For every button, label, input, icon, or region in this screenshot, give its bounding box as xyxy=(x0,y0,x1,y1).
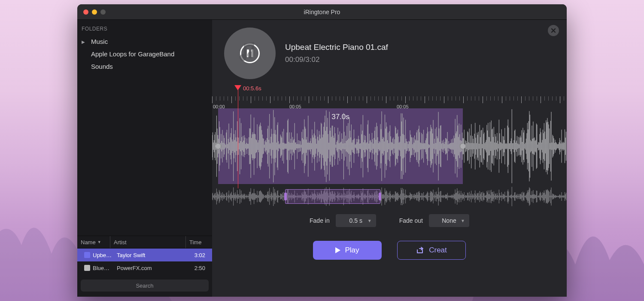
track-name: Upbe… xyxy=(93,252,112,258)
overview-handle-left[interactable] xyxy=(284,193,287,200)
close-icon xyxy=(551,28,556,33)
now-playing: Upbeat Electric Piano 01.caf 00:09/3:02 xyxy=(212,20,567,83)
folder-item-sounds[interactable]: Sounds xyxy=(77,60,212,73)
action-buttons: Play Creat xyxy=(212,230,567,267)
overview-selection[interactable] xyxy=(285,189,380,204)
track-time: 3:02 xyxy=(182,252,209,258)
track-table-header: Name ▼ Artist Time xyxy=(77,236,212,249)
track-artist: Taylor Swift xyxy=(113,252,182,258)
track-artist: PowerFX.com xyxy=(113,265,182,271)
chevron-right-icon[interactable]: ▶ xyxy=(82,39,85,44)
waveform-overview-svg xyxy=(212,187,567,206)
column-time[interactable]: Time xyxy=(185,236,212,248)
window-title: iRingtone Pro xyxy=(77,9,567,15)
app-window: iRingtone Pro FOLDERS ▶ Music Apple Loop… xyxy=(77,4,567,297)
track-name: Blue… xyxy=(93,265,109,271)
folder-label: Music xyxy=(91,38,108,45)
folder-item-apple-loops[interactable]: Apple Loops for GarageBand xyxy=(77,48,212,60)
waveform-main[interactable]: 37.0s xyxy=(212,108,567,184)
track-time: 2:50 xyxy=(182,265,209,271)
editor-panel: Upbeat Electric Piano 01.caf 00:09/3:02 … xyxy=(212,20,567,297)
album-art-placeholder xyxy=(224,28,276,79)
sort-indicator-icon: ▼ xyxy=(97,240,101,244)
playhead[interactable] xyxy=(238,85,238,188)
waveform-svg xyxy=(212,108,567,184)
folders-header: FOLDERS xyxy=(77,20,212,35)
titlebar[interactable]: iRingtone Pro xyxy=(77,4,567,20)
fade-in-control: Fade in 0.5 s ▼ xyxy=(310,214,376,227)
folder-label: Sounds xyxy=(91,63,113,70)
overview-handle-right[interactable] xyxy=(379,193,381,200)
create-button-label: Creat xyxy=(429,246,447,255)
search-input[interactable] xyxy=(81,280,209,292)
fade-in-label: Fade in xyxy=(310,217,330,224)
chevron-down-icon: ▼ xyxy=(461,218,465,223)
music-note-icon xyxy=(235,40,259,64)
play-icon xyxy=(335,247,340,253)
fade-in-value: 0.5 s xyxy=(349,217,362,224)
column-label: Artist xyxy=(114,239,127,246)
fade-out-value: None xyxy=(442,217,456,224)
audio-file-icon xyxy=(84,265,90,271)
close-panel-button[interactable] xyxy=(548,25,559,36)
time-ruler[interactable]: 00:00 00:05 00:05 xyxy=(212,92,567,108)
fade-out-label: Fade out xyxy=(399,217,423,224)
fade-controls: Fade in 0.5 s ▼ Fade out None ▼ xyxy=(212,206,567,230)
create-button[interactable]: Creat xyxy=(397,241,466,260)
folder-item-music[interactable]: ▶ Music xyxy=(77,35,212,48)
waveform-overview[interactable] xyxy=(212,187,567,206)
play-button-label: Play xyxy=(345,246,359,255)
fade-out-control: Fade out None ▼ xyxy=(399,214,469,227)
playhead-label: 00:5.6s xyxy=(243,85,261,92)
track-row[interactable]: Upbe… Taylor Swift 3:02 xyxy=(77,249,212,261)
elapsed-time: 00:09 xyxy=(285,55,304,64)
fade-out-select[interactable]: None ▼ xyxy=(429,214,469,227)
sidebar: FOLDERS ▶ Music Apple Loops for GarageBa… xyxy=(77,20,212,297)
folder-list: ▶ Music Apple Loops for GarageBand Sound… xyxy=(77,35,212,73)
column-artist[interactable]: Artist xyxy=(110,236,185,248)
track-row[interactable]: Blue… PowerFX.com 2:50 xyxy=(77,261,212,274)
track-table: Name ▼ Artist Time Upbe… Taylor Swift 3:… xyxy=(77,236,212,274)
now-playing-time: 00:09/3:02 xyxy=(285,55,388,64)
column-label: Name xyxy=(81,239,96,246)
now-playing-filename: Upbeat Electric Piano 01.caf xyxy=(285,43,388,52)
zoom-window-button[interactable] xyxy=(100,9,106,15)
play-button[interactable]: Play xyxy=(313,241,382,260)
share-icon xyxy=(416,246,425,254)
total-time: 3:02 xyxy=(305,55,319,64)
column-name[interactable]: Name ▼ xyxy=(77,236,110,248)
traffic-lights xyxy=(83,9,106,15)
column-label: Time xyxy=(189,239,201,246)
folder-label: Apple Loops for GarageBand xyxy=(91,50,174,58)
ruler-area: 00:5.6s 00:00 00:05 00:05 37.0s xyxy=(212,85,567,184)
audio-file-icon xyxy=(84,252,90,258)
minimize-window-button[interactable] xyxy=(92,9,97,15)
chevron-down-icon: ▼ xyxy=(368,218,372,223)
close-window-button[interactable] xyxy=(83,9,88,15)
fade-in-select[interactable]: 0.5 s ▼ xyxy=(336,214,376,227)
